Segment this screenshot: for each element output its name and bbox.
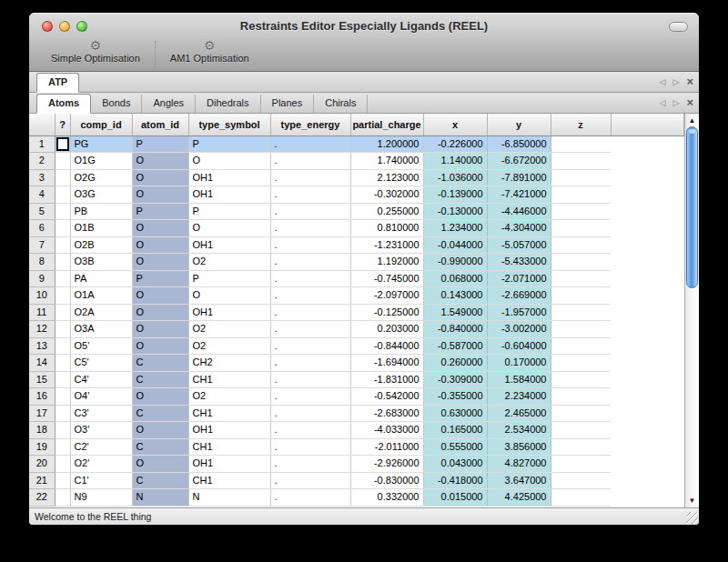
cell-x[interactable]: 1.234000 — [423, 220, 487, 237]
cell-select[interactable] — [55, 270, 70, 287]
cell-atom-id[interactable]: O — [132, 153, 188, 170]
table-row[interactable]: 13O5'OO2.-0.844000-0.587000-0.604000 — [29, 337, 684, 355]
cell-type-energy[interactable]: . — [270, 135, 350, 153]
row-number[interactable]: 22 — [29, 489, 55, 507]
cell-type-energy[interactable]: . — [270, 169, 350, 186]
cell-type-energy[interactable]: . — [270, 254, 350, 271]
cell-type-symbol[interactable]: O2 — [188, 254, 270, 271]
row-number[interactable]: 21 — [29, 472, 55, 489]
row-number[interactable]: 6 — [29, 220, 55, 237]
close-tab-icon[interactable]: × — [686, 97, 693, 108]
cell-type-energy[interactable]: . — [270, 153, 350, 170]
cell-atom-id[interactable]: O — [132, 388, 188, 406]
cell-partial-charge[interactable]: -0.745000 — [350, 270, 423, 287]
cell-x[interactable]: 0.043000 — [423, 456, 487, 473]
cell-y[interactable]: -7.421000 — [487, 186, 551, 204]
row-number[interactable]: 9 — [29, 270, 55, 287]
cell-comp-id[interactable]: O3A — [70, 321, 132, 338]
cell-partial-charge[interactable]: 1.200000 — [350, 135, 423, 153]
cell-atom-id[interactable]: O — [132, 186, 188, 204]
toolbar-toggle-button[interactable] — [669, 22, 688, 32]
cell-atom-id[interactable]: O — [132, 220, 188, 237]
close-tab-icon[interactable]: × — [686, 76, 693, 87]
cell-partial-charge[interactable]: 0.332000 — [350, 489, 423, 507]
cell-type-energy[interactable]: . — [270, 186, 350, 204]
cell-comp-id[interactable]: O2G — [70, 169, 132, 186]
tab-chirals[interactable]: Chirals — [314, 95, 368, 113]
tab-atoms[interactable]: Atoms — [36, 94, 91, 114]
row-number[interactable]: 19 — [29, 438, 55, 456]
cell-comp-id[interactable]: C5' — [70, 355, 132, 372]
cell-comp-id[interactable]: O1B — [70, 220, 132, 237]
row-number[interactable]: 16 — [29, 388, 55, 406]
cell-atom-id[interactable]: O — [132, 337, 188, 355]
vertical-scrollbar[interactable]: ▲ ▼ — [684, 114, 699, 507]
cell-x[interactable]: 0.260000 — [423, 355, 487, 372]
cell-atom-id[interactable]: O — [132, 287, 188, 305]
row-number[interactable]: 1 — [29, 135, 55, 153]
tab-atp[interactable]: ATP — [36, 73, 79, 93]
row-number[interactable]: 5 — [29, 203, 55, 220]
simple-optimisation-button[interactable]: ⚙ Simple Optimisation — [38, 38, 153, 71]
cell-type-energy[interactable]: . — [270, 388, 350, 406]
cell-comp-id[interactable]: C3' — [70, 405, 132, 422]
cell-y[interactable]: 0.170000 — [487, 355, 551, 372]
cell-select[interactable] — [55, 337, 70, 355]
table-row[interactable]: 22N9NN.0.3320000.0150004.425000 — [29, 489, 684, 507]
cell-select[interactable] — [55, 422, 70, 439]
cell-type-symbol[interactable]: O2 — [188, 337, 270, 355]
table-row[interactable]: 3O2GOOH1.2.123000-1.036000-7.891000 — [29, 169, 684, 186]
cell-x[interactable]: -0.587000 — [423, 337, 487, 355]
cell-select[interactable] — [55, 169, 70, 186]
table-row[interactable]: 5PBPP.0.255000-0.130000-4.446000 — [29, 203, 684, 220]
cell-type-energy[interactable]: . — [270, 236, 350, 254]
cell-atom-id[interactable]: C — [132, 355, 188, 372]
row-number[interactable]: 20 — [29, 456, 55, 473]
cell-partial-charge[interactable]: -4.033000 — [350, 422, 423, 439]
cell-partial-charge[interactable]: -1.694000 — [350, 355, 423, 372]
cell-y[interactable]: 4.425000 — [487, 489, 551, 507]
cell-partial-charge[interactable]: -1.831000 — [350, 371, 423, 388]
cell-select[interactable] — [55, 220, 70, 237]
cell-comp-id[interactable]: O3G — [70, 186, 132, 204]
cell-partial-charge[interactable]: -2.926000 — [350, 456, 423, 473]
cell-type-symbol[interactable]: CH2 — [188, 355, 270, 372]
cell-type-symbol[interactable]: O — [188, 153, 270, 170]
cell-comp-id[interactable]: O1G — [70, 153, 132, 170]
row-number[interactable]: 8 — [29, 254, 55, 271]
cell-select[interactable] — [55, 472, 70, 489]
cell-select[interactable] — [55, 371, 70, 388]
cell-atom-id[interactable]: O — [132, 236, 188, 254]
row-number[interactable]: 12 — [29, 321, 55, 338]
cell-x[interactable]: 0.143000 — [423, 287, 487, 305]
cell-select[interactable] — [55, 287, 70, 305]
cell-atom-id[interactable]: C — [132, 405, 188, 422]
cell-x[interactable]: -0.139000 — [423, 186, 487, 204]
cell-type-symbol[interactable]: OH1 — [188, 422, 270, 439]
cell-partial-charge[interactable]: -0.844000 — [350, 337, 423, 355]
cell-select[interactable] — [55, 489, 70, 507]
cell-y[interactable]: -3.002000 — [487, 321, 551, 338]
cell-x[interactable]: 1.140000 — [423, 153, 487, 170]
cell-type-energy[interactable]: . — [270, 371, 350, 388]
cell-comp-id[interactable]: O3' — [70, 422, 132, 439]
row-number[interactable]: 13 — [29, 337, 55, 355]
table-row[interactable]: 12O3AOO2.0.203000-0.840000-3.002000 — [29, 321, 684, 338]
table-row[interactable]: 2O1GOO.1.7400001.140000-6.672000 — [29, 153, 684, 170]
row-number[interactable]: 15 — [29, 371, 55, 388]
cell-comp-id[interactable]: O2A — [70, 304, 132, 321]
scroll-tabs-left-icon[interactable]: ◁ — [660, 77, 666, 86]
cell-type-energy[interactable]: . — [270, 287, 350, 305]
cell-comp-id[interactable]: PA — [70, 270, 132, 287]
am1-optimisation-button[interactable]: ⚙ AM1 Optimisation — [157, 38, 262, 71]
table-row[interactable]: 10O1AOO.-2.0970000.143000-2.669000 — [29, 287, 684, 305]
cell-type-energy[interactable]: . — [270, 456, 350, 473]
cell-x[interactable]: 0.015000 — [423, 489, 487, 507]
cell-x[interactable]: 0.630000 — [423, 405, 487, 422]
column-header-y[interactable]: y — [487, 114, 551, 135]
scroll-tabs-right-icon[interactable]: ▷ — [672, 77, 679, 86]
column-header-type-energy[interactable]: type_energy — [270, 114, 350, 135]
cell-atom-id[interactable]: P — [132, 203, 188, 220]
scrollbar-up-arrow-icon[interactable]: ▲ — [685, 116, 699, 125]
cell-x[interactable]: -0.840000 — [423, 321, 487, 338]
